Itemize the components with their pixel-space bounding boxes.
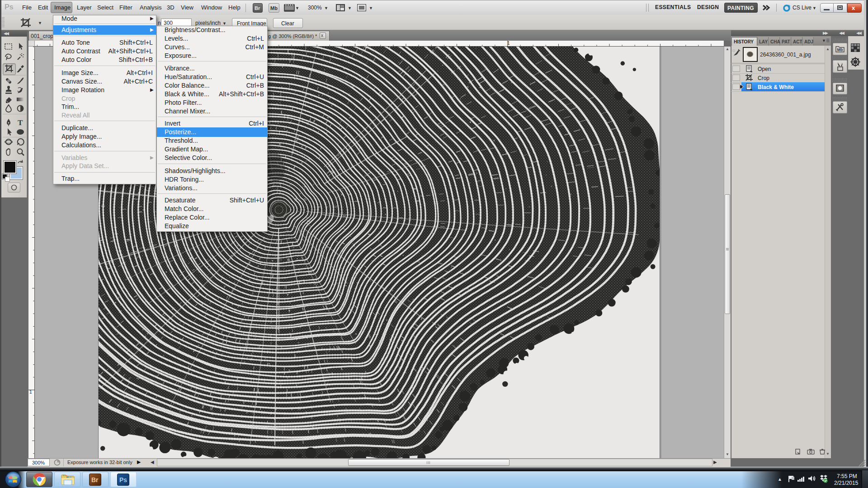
svg-text:1: 1 xyxy=(29,389,32,394)
svg-text:T: T xyxy=(18,118,23,127)
svg-text:Mb: Mb xyxy=(837,47,843,52)
svg-text:1: 1 xyxy=(507,41,510,46)
